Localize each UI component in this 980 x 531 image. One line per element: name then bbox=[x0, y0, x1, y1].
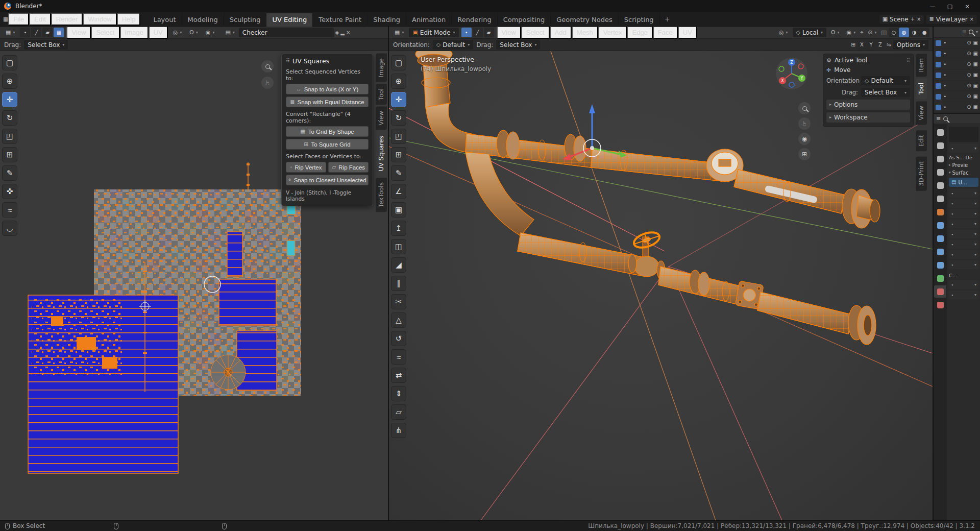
collection-checkbox[interactable] bbox=[936, 51, 941, 57]
vp-tool-scale[interactable]: ◰ bbox=[391, 129, 406, 144]
xray-icon[interactable]: ◫ bbox=[881, 30, 887, 35]
sidebar-tab-item[interactable]: Item bbox=[916, 54, 927, 77]
vp-tool-add-cube[interactable]: ▣ bbox=[391, 202, 406, 218]
uv-tool-grab[interactable]: ✜ bbox=[2, 184, 17, 199]
ortho-toggle-icon[interactable]: ⊞ bbox=[798, 148, 811, 160]
properties-tab-scene[interactable] bbox=[934, 179, 946, 191]
uv-tool-select-box[interactable]: ▢ bbox=[2, 55, 17, 70]
app-menu-icon[interactable]: ▦ bbox=[3, 16, 8, 22]
menu-file[interactable]: File bbox=[8, 13, 29, 26]
open-image-icon[interactable]: ▂ bbox=[340, 30, 345, 35]
uv-menu-image[interactable]: Image bbox=[120, 27, 149, 39]
uv-mode-island-select[interactable]: ▦ bbox=[54, 28, 64, 37]
proportional-button[interactable]: ◉ ▾ bbox=[844, 28, 859, 37]
eye-icon[interactable]: ⊙ bbox=[967, 73, 971, 78]
select-mode-face-select[interactable]: ▰ bbox=[484, 28, 494, 37]
outliner-row[interactable]: ∙ ⊙ ▣ bbox=[934, 49, 980, 59]
mode-dropdown[interactable]: ▣ Edit Mode ▾ bbox=[409, 28, 458, 37]
npanel-orientation-dropdown[interactable]: ◇ Default ▾ bbox=[861, 76, 910, 85]
outliner-row[interactable]: ∙ ⊙ ▣ bbox=[934, 38, 980, 49]
filter-icon[interactable]: ≡ bbox=[936, 116, 941, 122]
new-scene-icon[interactable]: + bbox=[911, 17, 915, 22]
npanel-drag-dropdown[interactable]: Select Box ▾ bbox=[861, 88, 910, 97]
uv-mode-vertex-select[interactable]: ∙ bbox=[20, 28, 30, 37]
surface-panel-header[interactable]: ▾ Surfac bbox=[949, 170, 978, 176]
material-slot-list[interactable] bbox=[949, 127, 978, 142]
sidebar-tab-edit[interactable]: Edit bbox=[916, 130, 927, 151]
drag-dropdown[interactable]: Select Box ▾ bbox=[496, 40, 540, 50]
property-slider[interactable]: ∙ ▾ bbox=[949, 240, 978, 249]
vp-tool-measure[interactable]: ∠ bbox=[391, 184, 406, 199]
workspace-tab-sculpting[interactable]: Sculpting bbox=[224, 13, 267, 27]
property-slider[interactable]: ∙ ▾ bbox=[949, 220, 978, 228]
collection-checkbox[interactable] bbox=[936, 105, 941, 110]
properties-tab-constraints[interactable] bbox=[934, 259, 946, 271]
menu-edit[interactable]: Edit bbox=[29, 13, 51, 26]
maximize-button[interactable]: ▢ bbox=[941, 0, 959, 12]
to-grid-by-shape-button[interactable]: ▦ To Grid By Shape bbox=[286, 126, 369, 137]
uv-editor-type-button[interactable]: ▦ ▾ bbox=[3, 28, 17, 37]
uv-tool-rotate[interactable]: ↻ bbox=[2, 110, 17, 126]
viewport-menu-face[interactable]: Face bbox=[653, 27, 678, 39]
sidebar-tab-tool[interactable]: Tool bbox=[376, 84, 387, 105]
workspace-panel-header[interactable]: ▸ Workspace bbox=[826, 112, 910, 123]
search-icon[interactable] bbox=[943, 116, 948, 121]
viewport-menu-vertex[interactable]: Vertex bbox=[598, 27, 627, 39]
uv-squares-panel-title[interactable]: ⠿ UV Squares bbox=[286, 57, 369, 65]
options-panel-header[interactable]: ▸ Options bbox=[826, 100, 910, 110]
minimize-button[interactable]: — bbox=[924, 0, 941, 12]
base-color-texture-button[interactable]: ▤ U... bbox=[949, 178, 978, 187]
eye-icon[interactable]: ⊙ bbox=[967, 51, 971, 56]
shading-mode-solid[interactable]: ◍ bbox=[899, 28, 909, 37]
vp-tool-transform[interactable]: ⊞ bbox=[391, 147, 406, 162]
properties-tab-modifiers[interactable] bbox=[934, 219, 946, 231]
workspace-tab-shading[interactable]: Shading bbox=[368, 13, 406, 27]
sidebar-tab-view[interactable]: View bbox=[376, 106, 387, 130]
vp-tool-spin[interactable]: ↺ bbox=[391, 331, 406, 346]
assign-select-deselect-row[interactable]: As S... De bbox=[949, 155, 978, 160]
property-slider[interactable]: ∙ ▾ bbox=[949, 260, 978, 269]
vp-tool-move[interactable]: ✛ bbox=[391, 92, 406, 107]
properties-tab-world[interactable] bbox=[934, 192, 946, 205]
camera-visibility-icon[interactable]: ▣ bbox=[973, 40, 978, 45]
property-slider[interactable]: ∙ ▾ bbox=[949, 209, 978, 218]
overlays-button[interactable]: ⊙ ▾ bbox=[865, 28, 879, 37]
outliner-row[interactable]: ∙ ⊙ ▣ bbox=[934, 102, 980, 113]
zoom-icon[interactable] bbox=[798, 102, 811, 114]
close-button[interactable]: × bbox=[959, 0, 976, 12]
sidebar-tab-tool[interactable]: Tool bbox=[916, 78, 927, 99]
uv-tool-annotate[interactable]: ✎ bbox=[2, 165, 17, 181]
uv-proportional-button[interactable]: ◉ ▾ bbox=[203, 28, 217, 37]
eye-icon[interactable]: ⊙ bbox=[967, 105, 971, 110]
shading-mode-material-preview[interactable]: ◑ bbox=[909, 28, 919, 37]
properties-tab-output[interactable] bbox=[934, 153, 946, 165]
property-slider[interactable]: ∙ ▾ bbox=[949, 250, 978, 259]
vp-tool-shrink-fatten[interactable]: ⇕ bbox=[391, 386, 406, 401]
workspace-tab-geometry-nodes[interactable]: Geometry Nodes bbox=[551, 13, 619, 27]
uv-menu-select[interactable]: Select bbox=[91, 27, 119, 39]
pan-hand-icon[interactable]: ☞ bbox=[261, 77, 274, 89]
image-browse-button[interactable]: ▤ ▾ bbox=[223, 28, 237, 37]
workspace-tab-modeling[interactable]: Modeling bbox=[182, 13, 224, 27]
uv-menu-view[interactable]: View bbox=[66, 27, 91, 39]
properties-tab-particles[interactable] bbox=[934, 232, 946, 245]
vp-tool-cursor[interactable]: ⊕ bbox=[391, 74, 406, 89]
material-browse-widget[interactable]: ∙ ▾ bbox=[949, 144, 978, 153]
snap-closest-button[interactable]: ⌖ Snap to Closest Unselected bbox=[286, 175, 369, 185]
axis-toggle-y[interactable]: Y bbox=[867, 41, 875, 49]
select-mode-edge-select[interactable]: ╱ bbox=[473, 28, 483, 37]
options-dropdown[interactable]: Options ▾ bbox=[893, 40, 928, 50]
property-slider[interactable]: ∙ ▾ bbox=[949, 189, 978, 198]
workspace-tab-texture-paint[interactable]: Texture Paint bbox=[313, 13, 368, 27]
vp-tool-loop-cut[interactable]: ∥ bbox=[391, 276, 406, 291]
uv-tool-move[interactable]: ✛ bbox=[2, 92, 17, 107]
search-icon[interactable] bbox=[969, 30, 973, 34]
fake-user-icon[interactable]: ◈ bbox=[335, 30, 339, 35]
viewport-menu-add[interactable]: Add bbox=[550, 27, 572, 39]
snap-to-axis-button[interactable]: ↔ Snap to Axis (X or Y) bbox=[286, 84, 369, 94]
remove-viewlayer-icon[interactable]: × bbox=[970, 17, 974, 22]
npanel-header[interactable]: ⚙ Active Tool ⠿ bbox=[826, 57, 910, 64]
property-slider[interactable]: ∙ ▾ bbox=[949, 230, 978, 238]
properties-tab-texture[interactable] bbox=[934, 299, 946, 311]
grid-icon[interactable]: ⊞ bbox=[851, 42, 855, 47]
